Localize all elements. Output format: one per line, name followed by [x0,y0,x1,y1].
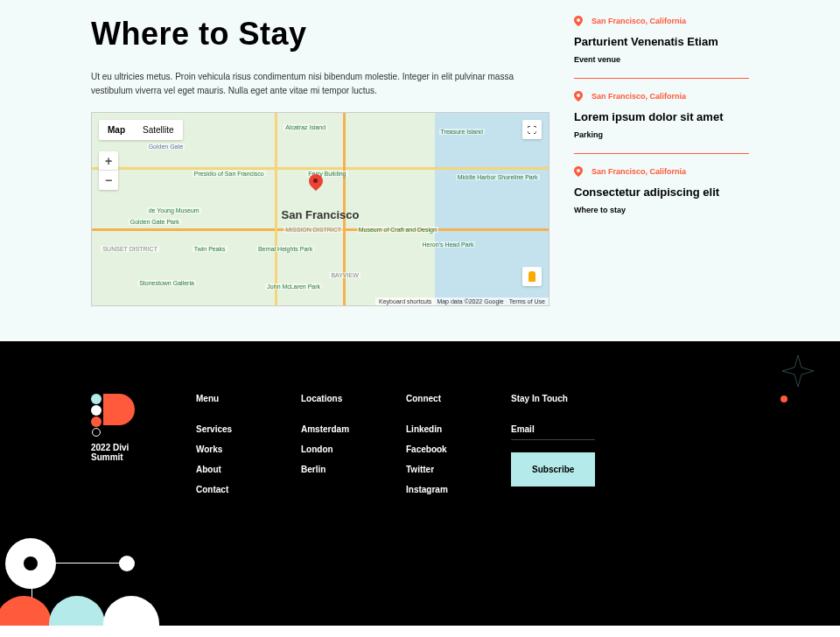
map-poi: Alcatraz Island [284,124,327,130]
map-poi: Stonestown Galleria [137,280,196,286]
footer-heading: Stay In Touch [511,394,595,403]
page-title: Where to Stay [91,16,550,52]
map-poi: Heron's Head Park [421,242,476,248]
intro-text: Ut eu ultricies metus. Proin vehicula ri… [91,70,550,98]
location-pin-icon [574,91,583,102]
pegman-icon[interactable] [522,267,542,286]
location-pin-icon [574,166,583,177]
subscribe-button[interactable]: Subscribe [511,452,595,486]
footer-heading: Locations [301,394,371,403]
location-subtitle: Where to stay [574,206,749,214]
footer-link-services[interactable]: Services [196,424,266,434]
location-card: San Francisco, California Parturient Ven… [574,16,749,79]
map-type-toggle: Map Satellite [99,120,183,140]
location-city: San Francisco, California [592,17,686,25]
footer-logo-column: 2022 Divi Summit [91,394,161,505]
map-credit-keyboard[interactable]: Keyboard shortcuts [379,298,431,304]
footer-link-facebook[interactable]: Facebook [406,444,476,454]
fullscreen-icon[interactable]: ⛶ [522,120,542,139]
map-poi: Museum of Craft and Design [357,227,438,233]
map-credit-tos[interactable]: Terms of Use [509,298,545,304]
map-poi: Golden Gate [147,144,186,150]
location-list: San Francisco, California Parturient Ven… [574,16,749,306]
map-poi: de Young Museum [147,207,201,214]
email-input[interactable]: Email [511,424,595,440]
footer-link-instagram[interactable]: Instagram [406,485,476,494]
location-subtitle: Parking [574,130,749,139]
map-credit-data: Map data ©2022 Google [437,298,503,304]
map-poi: Twin Peaks [192,246,228,252]
location-pin-icon [574,16,583,26]
map-poi: Treasure Island [439,129,485,135]
location-city: San Francisco, California [592,167,686,176]
map-poi: SUNSET DISTRICT [101,246,159,252]
map-credits: Keyboard shortcuts Map data ©2022 Google… [375,298,549,305]
map-poi: Presidio of San Francisco [192,171,266,177]
map-poi: Golden Gate Park [129,219,181,225]
map-poi: John McLaren Park [265,284,322,290]
location-subtitle: Event venue [574,55,749,64]
footer-locations-column: Locations Amsterdam London Berlin [301,394,371,505]
zoom-in-button[interactable]: + [99,151,118,171]
location-title: Lorem ipsum dolor sit amet [574,110,749,123]
location-card: San Francisco, California Consectetur ad… [574,166,749,228]
map-pin-icon [309,174,323,193]
map-poi: MISSION DISTRICT [284,227,343,233]
footer-decoration [0,529,175,626]
location-card: San Francisco, California Lorem ipsum do… [574,91,749,154]
footer-heading: Connect [406,394,476,403]
map-road [275,113,277,305]
footer-heading: Menu [196,394,266,403]
map-tab-map[interactable]: Map [99,120,134,140]
logo-icon [91,394,135,436]
location-title: Parturient Venenatis Etiam [574,35,749,48]
location-title: Consectetur adipiscing elit [574,186,749,199]
footer-link-london[interactable]: London [301,444,371,454]
footer-link-linkedin[interactable]: Linkedin [406,424,476,434]
map-poi: Bernal Heights Park [256,246,314,252]
map-land [92,113,435,305]
map-city-label: San Francisco [282,208,360,221]
map[interactable]: Alcatraz Island Treasure Island Golden G… [91,112,550,306]
map-poi: BAYVIEW [329,272,360,278]
footer-menu-column: Menu Services Works About Contact [196,394,266,505]
footer: 2022 Divi Summit Menu Services Works Abo… [0,341,840,626]
map-road [92,167,549,170]
footer-link-berlin[interactable]: Berlin [301,465,371,474]
footer-touch-column: Stay In Touch Email Subscribe [511,394,595,505]
footer-link-contact[interactable]: Contact [196,485,266,494]
footer-link-works[interactable]: Works [196,444,266,454]
dot-icon [780,396,788,402]
map-tab-satellite[interactable]: Satellite [134,120,183,140]
map-poi: Middle Harbor Shoreline Park [456,174,540,180]
footer-link-twitter[interactable]: Twitter [406,465,476,474]
star-icon [780,354,816,388]
footer-connect-column: Connect Linkedin Facebook Twitter Instag… [406,394,476,505]
zoom-out-button[interactable]: − [99,171,118,190]
logo-text: 2022 Divi Summit [91,443,161,462]
zoom-controls: + − [99,151,118,190]
footer-link-about[interactable]: About [196,465,266,474]
footer-link-amsterdam[interactable]: Amsterdam [301,424,371,434]
location-city: San Francisco, California [592,92,686,101]
